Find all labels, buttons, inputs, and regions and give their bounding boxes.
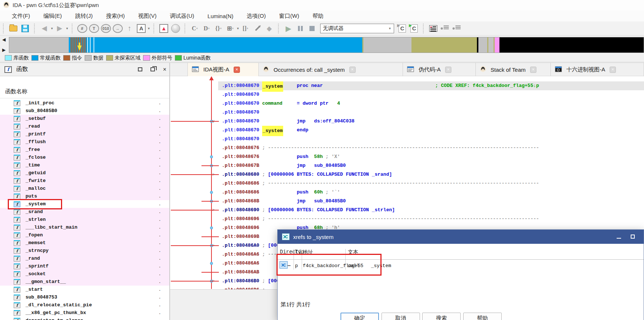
text-view-dropdown-icon[interactable]: ▾	[148, 26, 150, 30]
disasm-line[interactable]: .plt:08048676push58h; 'X'	[170, 152, 644, 161]
tab-close-icon[interactable]: ×	[445, 67, 451, 73]
disasm-line[interactable]: .plt:0804868Bjmpsub_80485B0	[170, 197, 644, 206]
function-row[interactable]: f_init_proc.	[0, 99, 169, 107]
back-icon[interactable]: ◀	[39, 24, 50, 33]
add-code-icon[interactable]: C+	[190, 24, 200, 33]
tab-close-icon[interactable]: ×	[610, 67, 616, 73]
menu-item-5[interactable]: 调试器(U)	[163, 11, 201, 21]
tab-ida-a[interactable]: IDA视图-A×	[187, 63, 259, 76]
disasm-line[interactable]: .plt:08048670	[170, 90, 644, 99]
function-row[interactable]: f_strlen.	[0, 216, 169, 223]
search-button[interactable]: 搜索	[422, 313, 461, 320]
function-row[interactable]: fsub_8048753.	[0, 293, 169, 301]
function-row[interactable]: f_dl_relocate_static_pie.	[0, 301, 169, 309]
function-row[interactable]: f_time.	[0, 161, 169, 169]
dialog-minimize-icon[interactable]	[617, 234, 621, 240]
menu-item-1[interactable]: 编辑(E)	[37, 11, 68, 21]
back-dropdown-icon[interactable]: ▾	[51, 26, 53, 30]
ok-button[interactable]: 确定	[340, 313, 379, 320]
toolbar-grip[interactable]	[3, 24, 5, 33]
function-row[interactable]: f_free.	[0, 146, 169, 154]
function-row[interactable]: f_socket.	[0, 270, 169, 278]
debugger-select[interactable]: 无调试器 ▾	[320, 24, 394, 33]
disasm-line[interactable]: ∨.plt:08048670jmpds:off_804C038	[170, 117, 644, 126]
debug-stop-icon[interactable]	[307, 24, 317, 33]
dialog-maximize-icon[interactable]	[631, 234, 635, 240]
tab--a[interactable]: 伪代码-A×	[403, 63, 476, 76]
function-row[interactable]: f_read.	[0, 122, 169, 130]
jump-up-icon[interactable]: ↑	[124, 24, 135, 33]
function-row[interactable]: f_getuid.	[0, 169, 169, 177]
function-row[interactable]: fsub_80485B0.	[0, 107, 169, 115]
disasm-line[interactable]: >.plt:08048690;[00000006 BYTES: COLLAPSE…	[170, 206, 644, 215]
tab-occurrencesofcall_system[interactable]: Occurrences of: call _system×	[259, 63, 403, 76]
menu-item-0[interactable]: 文件(F)	[5, 11, 37, 21]
attach-process-icon[interactable]: C▶	[397, 24, 407, 33]
disasm-line[interactable]: .plt:08048676; -------------------------…	[170, 144, 644, 152]
panel-close-icon[interactable]: ×	[163, 66, 166, 73]
debug-start-icon[interactable]: ▶	[283, 24, 294, 33]
function-row[interactable]: f_fflush.	[0, 138, 169, 146]
disasm-line[interactable]: .plt:08048670_systemendp	[170, 126, 644, 135]
tab-close-icon[interactable]: ×	[530, 67, 536, 73]
panel-float-icon[interactable]	[150, 67, 155, 73]
toolbar-grip[interactable]	[184, 24, 187, 33]
function-row[interactable]: f_strncpy.	[0, 247, 169, 255]
open-file-icon[interactable]	[8, 24, 18, 33]
edit-icon[interactable]	[252, 24, 262, 33]
nav-scroll-left-icon[interactable]: ◀	[2, 37, 8, 42]
function-row[interactable]: f_malloc.	[0, 185, 169, 192]
disasm-line[interactable]: .plt:08048670_systemproc near; CODE XREF…	[170, 81, 644, 90]
function-row[interactable]: f___libc_start_main.	[0, 223, 169, 231]
trace-list-icon[interactable]	[452, 24, 462, 33]
save-icon[interactable]	[20, 24, 30, 33]
tab-close-icon[interactable]: ×	[234, 67, 240, 73]
add-data-icon[interactable]: D+	[201, 24, 212, 33]
debug-pause-icon[interactable]	[295, 24, 305, 33]
disasm-line[interactable]: .plt:08048686push60h; '`'	[170, 188, 644, 197]
forward-dropdown-icon[interactable]: ▾	[66, 26, 68, 30]
menu-item-3[interactable]: 搜索(H)	[99, 11, 132, 21]
menu-item-7[interactable]: 选项(O)	[240, 11, 272, 21]
function-row[interactable]: f_fclose.	[0, 154, 169, 161]
tab--a[interactable]: 十六进制视图-A×	[551, 63, 644, 76]
function-row[interactable]: f_start.	[0, 286, 169, 293]
functions-column-header[interactable]: 函数名称 ⋮	[0, 76, 169, 98]
forward-icon[interactable]: ▶	[54, 24, 65, 33]
menu-item-9[interactable]: 帮助	[306, 11, 330, 21]
diamond-icon[interactable]: ◆	[264, 24, 274, 33]
xrefs-dialog-titlebar[interactable]: xrefs to _system ×	[278, 230, 644, 244]
menu-item-4[interactable]: 视图(V)	[131, 11, 163, 21]
add-array-icon[interactable]: ⊞+	[225, 24, 235, 33]
disasm-line[interactable]: .plt:08048686; -------------------------…	[170, 179, 644, 188]
cancel-button[interactable]: 取消	[382, 313, 420, 320]
column-grip-icon[interactable]: ⋮	[5, 88, 163, 94]
navigator-band[interactable]	[9, 37, 644, 53]
nav-scroll-right-icon[interactable]: ▶	[2, 47, 8, 53]
toolbar-grip[interactable]	[34, 24, 36, 33]
toolbar-grip[interactable]	[423, 24, 425, 33]
function-row[interactable]: f__gmon_start__.	[0, 278, 169, 286]
text-view-icon[interactable]: A	[136, 24, 146, 33]
menu-item-6[interactable]: Lumina(N)	[201, 11, 240, 21]
disasm-line[interactable]: .plt:08048670	[170, 135, 644, 144]
jump-name-icon[interactable]: T	[89, 24, 99, 33]
toolbar-grip[interactable]	[278, 24, 280, 33]
function-row[interactable]: f_memset.	[0, 239, 169, 247]
menu-item-8[interactable]: 窗口(W)	[272, 11, 306, 21]
toolbar-grip[interactable]	[153, 24, 156, 33]
function-row[interactable]: f__x86_get_pc_thunk_bx.	[0, 309, 169, 317]
disasm-line[interactable]: >.plt:08048680;[00000006 BYTES: COLLAPSE…	[170, 170, 644, 179]
jump-binary-icon[interactable]: 010	[101, 24, 111, 33]
disasm-line[interactable]: .plt:0804867Bjmpsub_80485B0	[170, 161, 644, 170]
function-row[interactable]: f_fopen.	[0, 231, 169, 239]
function-row[interactable]: f_fwrite.	[0, 177, 169, 185]
add-struct-icon[interactable]: {}+	[213, 24, 224, 33]
add-segment-icon[interactable]: []+	[240, 24, 251, 33]
function-row[interactable]: f_rand.	[0, 255, 169, 262]
add-array-dropdown-icon[interactable]: ▾	[237, 26, 239, 30]
start-process-icon[interactable]: C▶	[409, 24, 419, 33]
jump-xref-icon[interactable]: →	[112, 24, 123, 33]
toolbar-grip[interactable]	[72, 24, 74, 33]
function-row[interactable]: fderegister_tm_clones.	[0, 317, 169, 320]
